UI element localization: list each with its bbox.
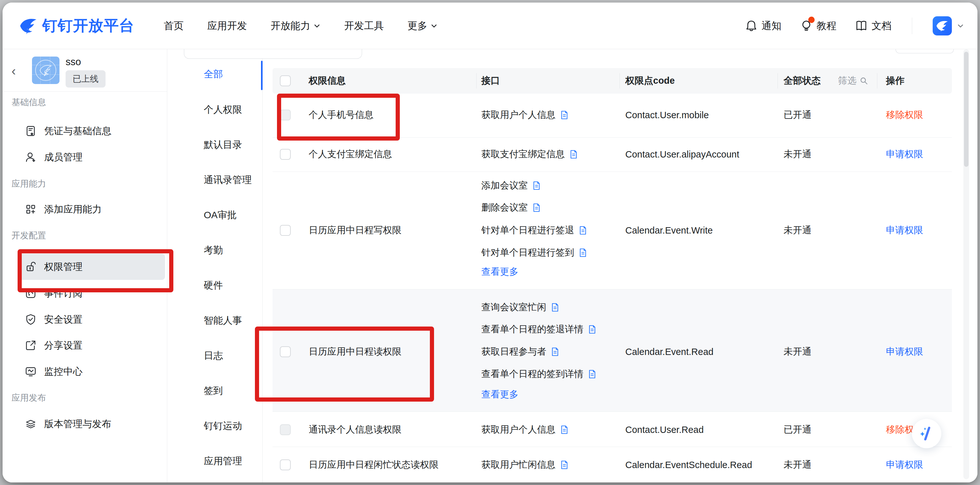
view-more-link[interactable]: 查看更多 bbox=[481, 388, 519, 401]
row-checkbox[interactable] bbox=[280, 109, 291, 120]
doc-icon bbox=[559, 460, 569, 470]
doc-icon bbox=[550, 303, 560, 312]
nav-item-dev-tools[interactable]: 开发工具 bbox=[344, 19, 384, 33]
share-icon bbox=[25, 339, 37, 352]
row-checkbox[interactable] bbox=[280, 225, 291, 236]
sidebar-item-permission-management[interactable]: 权限管理 bbox=[3, 254, 167, 280]
scrollbar-thumb[interactable] bbox=[964, 52, 969, 167]
doc-icon bbox=[587, 325, 597, 334]
category-contacts[interactable]: 通讯录管理 bbox=[204, 173, 252, 187]
top-right-button-partial[interactable] bbox=[896, 49, 954, 53]
permission-code: Calendar.EventSchedule.Read bbox=[625, 460, 752, 470]
permission-name: 通讯录个人信息读权限 bbox=[309, 423, 401, 436]
doc-icon bbox=[550, 347, 560, 357]
book-icon bbox=[855, 19, 868, 32]
api-link[interactable]: 删除会议室 bbox=[481, 201, 541, 214]
sidebar-item-share-settings[interactable]: 分享设置 bbox=[3, 332, 167, 358]
sidebar-item-credentials[interactable]: 凭证与基础信息 bbox=[3, 118, 167, 144]
sidebar-item-add-capability[interactable]: 添加应用能力 bbox=[3, 196, 167, 222]
sidebar-item-version-release[interactable]: 版本管理与发布 bbox=[3, 411, 167, 437]
api-link[interactable]: 添加会议室 bbox=[481, 179, 541, 192]
category-personal[interactable]: 个人权限 bbox=[204, 103, 242, 116]
app-sidebar: ‹ sso 已上线 基础信息 凭证与基础信息 bbox=[3, 49, 167, 482]
doc-icon bbox=[569, 149, 578, 159]
avatar bbox=[933, 16, 952, 35]
apply-permission-link[interactable]: 申请权限 bbox=[886, 224, 923, 237]
category-attendance[interactable]: 考勤 bbox=[204, 244, 223, 257]
category-log[interactable]: 日志 bbox=[204, 349, 223, 362]
api-link[interactable]: 查看单个日程的签退详情 bbox=[481, 323, 597, 336]
search-input-partial[interactable] bbox=[184, 49, 362, 59]
permission-name: 个人支付宝绑定信息 bbox=[309, 148, 392, 161]
nav-item-more[interactable]: 更多 bbox=[407, 19, 438, 33]
category-oa-approval[interactable]: OA审批 bbox=[204, 209, 237, 222]
api-link[interactable]: 获取用户忙闲信息 bbox=[481, 458, 569, 471]
api-link[interactable]: 获取日程参与者 bbox=[481, 346, 560, 358]
column-header-action: 操作 bbox=[886, 74, 905, 87]
apply-permission-link[interactable]: 申请权限 bbox=[886, 346, 923, 358]
view-more-link[interactable]: 查看更多 bbox=[481, 266, 519, 278]
logo-text: 钉钉开放平台 bbox=[42, 16, 134, 36]
permission-code: Contact.User.alipayAccount bbox=[625, 149, 739, 160]
api-link[interactable]: 获取用户个人信息 bbox=[481, 423, 569, 436]
vertical-scrollbar[interactable] bbox=[963, 49, 969, 479]
docs-button[interactable]: 文档 bbox=[855, 19, 891, 33]
sidebar-group-capability: 应用能力 bbox=[11, 178, 46, 189]
apply-permission-link[interactable]: 申请权限 bbox=[886, 458, 923, 471]
nav-divider bbox=[912, 17, 912, 34]
app-status-badge: 已上线 bbox=[65, 70, 105, 87]
api-link[interactable]: 查询会议室忙闲 bbox=[481, 301, 560, 314]
row-checkbox[interactable] bbox=[280, 460, 291, 470]
column-header-status: 全部状态 bbox=[784, 74, 821, 87]
nav-item-open-capability[interactable]: 开放能力 bbox=[270, 19, 320, 33]
member-icon bbox=[25, 151, 37, 163]
select-all-checkbox[interactable] bbox=[280, 75, 291, 86]
remove-permission-link[interactable]: 移除权限 bbox=[886, 109, 923, 121]
unlock-icon bbox=[25, 261, 37, 273]
sidebar-item-members[interactable]: 成员管理 bbox=[3, 144, 167, 170]
permission-code: Calendar.Event.Read bbox=[625, 347, 714, 357]
shield-check-icon bbox=[25, 314, 37, 326]
api-link[interactable]: 针对单个日程进行签退 bbox=[481, 224, 587, 237]
sidebar-item-security-settings[interactable]: 安全设置 bbox=[3, 306, 167, 333]
doc-icon bbox=[578, 225, 587, 235]
collapse-sidebar-button[interactable]: ‹ bbox=[11, 65, 16, 77]
category-checkin[interactable]: 签到 bbox=[204, 384, 223, 398]
category-app-management[interactable]: 应用管理 bbox=[204, 455, 242, 468]
dingtalk-logo-icon bbox=[19, 17, 38, 34]
category-hardware[interactable]: 硬件 bbox=[204, 279, 223, 292]
api-link[interactable]: 获取支付宝绑定信息 bbox=[481, 148, 578, 161]
ai-assistant-button[interactable] bbox=[912, 419, 941, 448]
permission-name: 日历应用中日程闲忙状态读权限 bbox=[309, 458, 439, 471]
chevron-down-icon bbox=[957, 22, 964, 29]
top-navigation: 钉钉开放平台 首页 应用开发 开放能力 开发工具 更多 通知 bbox=[3, 3, 977, 49]
api-link[interactable]: 查看单个日程的签到详情 bbox=[481, 368, 597, 380]
row-checkbox[interactable] bbox=[280, 346, 291, 357]
app-name: sso bbox=[65, 56, 81, 68]
apply-permission-link[interactable]: 申请权限 bbox=[886, 148, 923, 161]
permission-name: 日历应用中日程读权限 bbox=[309, 346, 401, 358]
api-link[interactable]: 针对单个日程进行签到 bbox=[481, 246, 587, 259]
category-all[interactable]: 全部 bbox=[204, 68, 223, 81]
filter-button[interactable]: 筛选 bbox=[838, 74, 868, 87]
add-capability-icon bbox=[25, 203, 37, 216]
category-dingtalk-sport[interactable]: 钉钉运动 bbox=[204, 420, 242, 433]
nav-item-app-dev[interactable]: 应用开发 bbox=[207, 19, 247, 33]
row-checkbox[interactable] bbox=[280, 424, 291, 435]
sidebar-item-event-subscription[interactable]: 事件订阅 bbox=[3, 280, 167, 306]
dingtalk-logo[interactable]: 钉钉开放平台 bbox=[19, 16, 134, 36]
permission-code: Calendar.Event.Write bbox=[625, 225, 713, 236]
status-text: 未开通 bbox=[784, 148, 811, 161]
app-icon bbox=[32, 57, 59, 84]
tutorial-button[interactable]: 教程 bbox=[800, 19, 837, 33]
status-text: 未开通 bbox=[784, 458, 811, 471]
account-menu[interactable] bbox=[933, 16, 964, 35]
row-checkbox[interactable] bbox=[280, 149, 291, 160]
api-link[interactable]: 获取用户个人信息 bbox=[481, 109, 569, 121]
category-smart-hr[interactable]: 智能人事 bbox=[204, 314, 242, 327]
doc-icon bbox=[531, 181, 541, 190]
nav-item-home[interactable]: 首页 bbox=[164, 19, 184, 33]
sidebar-item-monitor-center[interactable]: 监控中心 bbox=[3, 358, 167, 385]
notifications-button[interactable]: 通知 bbox=[745, 19, 781, 33]
category-default-dir[interactable]: 默认目录 bbox=[204, 138, 242, 151]
